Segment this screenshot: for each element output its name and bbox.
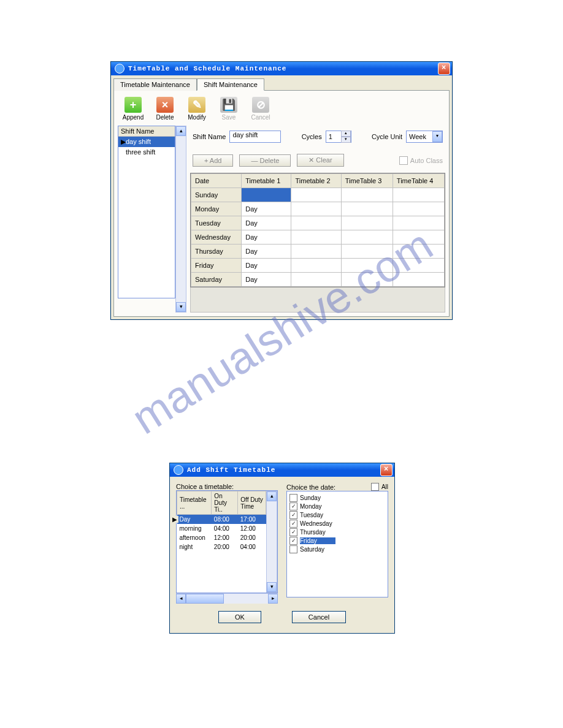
day-check-item[interactable]: ✓Tuesday (289, 510, 385, 519)
grid-cell[interactable]: Day (242, 273, 291, 287)
grid-date-cell[interactable]: Sunday (191, 188, 242, 202)
grid-cell[interactable] (393, 245, 444, 259)
grid-cell[interactable] (291, 230, 341, 245)
checkbox-icon[interactable] (289, 494, 297, 502)
titlebar[interactable]: Add Shift Timetable × (170, 463, 394, 477)
grid-cell[interactable] (291, 273, 341, 287)
day-check-item[interactable]: ✓Friday (289, 536, 385, 545)
scroll-thumb[interactable] (186, 594, 224, 604)
grid-date-cell[interactable]: Wednesday (191, 230, 242, 245)
table-row[interactable]: FridayDay (191, 259, 445, 273)
grid-cell[interactable] (291, 245, 341, 259)
grid-cell[interactable]: Day (242, 202, 291, 216)
day-check-item[interactable]: ✓Monday (289, 502, 385, 510)
day-check-item[interactable]: ✓Wednesday (289, 519, 385, 528)
grid-cell[interactable] (341, 259, 393, 273)
grid-cell[interactable]: Day (242, 230, 291, 245)
ok-button[interactable]: OK (218, 611, 261, 623)
horizontal-scrollbar[interactable]: ◂ ▸ (176, 593, 278, 604)
grid-cell[interactable]: Day (242, 259, 291, 273)
spin-down-icon[interactable]: ▾ (341, 137, 351, 143)
all-checkbox[interactable]: All (371, 483, 388, 491)
grid-cell[interactable] (341, 273, 393, 287)
grid-date-cell[interactable]: Thursday (191, 245, 242, 259)
scroll-up-icon[interactable]: ▴ (176, 126, 186, 136)
list-item[interactable]: Day08:0017:00 (177, 515, 266, 525)
titlebar[interactable]: TimeTable and Schedule Maintenance × (111, 62, 452, 75)
grid-cell[interactable] (393, 188, 444, 202)
scroll-track[interactable] (176, 136, 186, 302)
list-column-header[interactable]: Timetable ... (177, 491, 212, 515)
tab-timetable-maintenance[interactable]: Timetable Maintenance (113, 78, 197, 91)
grid-cell[interactable] (341, 245, 393, 259)
scroll-track[interactable] (267, 501, 277, 582)
shift-list-item[interactable]: ▶day shift (118, 137, 175, 147)
shift-name-list[interactable]: Shift Name ▶day shiftthree shift (118, 126, 175, 298)
checkbox-icon[interactable]: ✓ (289, 511, 297, 519)
grid-date-cell[interactable]: Saturday (191, 273, 242, 287)
cycle-unit-combo[interactable]: Week ▾ (406, 131, 443, 143)
grid-cell[interactable]: Day (242, 216, 291, 230)
append-button[interactable]: + Append (120, 97, 146, 121)
table-row[interactable]: ThursdayDay (191, 245, 445, 259)
cycles-spinner[interactable]: 1 ▴▾ (326, 131, 351, 143)
grid-cell[interactable] (393, 216, 444, 230)
grid-cell[interactable] (393, 273, 444, 287)
grid-cell[interactable] (291, 216, 341, 230)
grid-cell[interactable] (341, 188, 393, 202)
grid-cell[interactable] (341, 202, 393, 216)
checkbox-icon[interactable] (289, 545, 297, 553)
grid-cell[interactable] (291, 188, 341, 202)
grid-column-header[interactable]: Timetable 2 (291, 174, 341, 188)
grid-date-cell[interactable]: Monday (191, 202, 242, 216)
day-check-item[interactable]: Sunday (289, 493, 385, 502)
modify-button[interactable]: ✎ Modify (184, 97, 210, 121)
grid-date-cell[interactable]: Tuesday (191, 216, 242, 230)
timetable-listview[interactable]: Timetable ...On Duty Ti..Off Duty Time D… (176, 490, 278, 593)
list-item[interactable]: night20:0004:00 (177, 542, 266, 552)
grid-cell[interactable] (291, 259, 341, 273)
checkbox-icon[interactable]: ✓ (289, 528, 297, 536)
grid-cell[interactable] (341, 230, 393, 245)
table-row[interactable]: SaturdayDay (191, 273, 445, 287)
checkbox-icon[interactable]: ✓ (289, 537, 297, 545)
table-row[interactable]: Sunday (191, 188, 445, 202)
grid-cell[interactable] (393, 230, 444, 245)
grid-cell[interactable] (393, 202, 444, 216)
vertical-scrollbar[interactable]: ▴ ▾ (266, 491, 277, 593)
chevron-down-icon[interactable]: ▾ (432, 131, 442, 142)
grid-column-header[interactable]: TimeTable 4 (393, 174, 444, 188)
grid-column-header[interactable]: Timetable 1 (242, 174, 291, 188)
table-row[interactable]: MondayDay (191, 202, 445, 216)
tab-shift-maintenance[interactable]: Shift Maintenance (197, 78, 264, 91)
close-button[interactable]: × (380, 464, 393, 476)
checkbox-icon[interactable]: ✓ (289, 520, 297, 528)
day-check-item[interactable]: Saturday (289, 545, 385, 553)
delete-button[interactable]: × Delete (152, 97, 178, 121)
vertical-scrollbar[interactable]: ▴ ▾ (175, 126, 186, 313)
grid-cell[interactable] (341, 216, 393, 230)
timetable-grid[interactable]: DateTimetable 1Timetable 2TimeTable 3Tim… (190, 173, 445, 287)
grid-column-header[interactable]: Date (191, 174, 242, 188)
grid-cell[interactable] (393, 259, 444, 273)
grid-cell[interactable]: Day (242, 245, 291, 259)
scroll-up-icon[interactable]: ▴ (267, 491, 277, 501)
day-check-item[interactable]: ✓Thursday (289, 528, 385, 536)
grid-cell[interactable] (242, 188, 291, 202)
grid-column-header[interactable]: TimeTable 3 (341, 174, 393, 188)
table-row[interactable]: WednesdayDay (191, 230, 445, 245)
scroll-left-icon[interactable]: ◂ (176, 594, 186, 604)
list-item[interactable]: morning04:0012:00 (177, 524, 266, 533)
scroll-down-icon[interactable]: ▾ (176, 302, 186, 312)
table-row[interactable]: TuesdayDay (191, 216, 445, 230)
grid-cell[interactable] (291, 202, 341, 216)
list-column-header[interactable]: On Duty Ti.. (212, 491, 238, 515)
shift-name-input[interactable]: day shift (229, 131, 281, 143)
scroll-down-icon[interactable]: ▾ (267, 582, 277, 592)
list-item[interactable]: afternoon12:0020:00 (177, 533, 266, 542)
spin-up-icon[interactable]: ▴ (341, 131, 351, 137)
close-button[interactable]: × (438, 63, 450, 75)
checkbox-icon[interactable]: ✓ (289, 502, 297, 510)
shift-list-item[interactable]: three shift (118, 147, 175, 157)
day-checklist[interactable]: Sunday✓Monday✓Tuesday✓Wednesday✓Thursday… (286, 491, 388, 597)
